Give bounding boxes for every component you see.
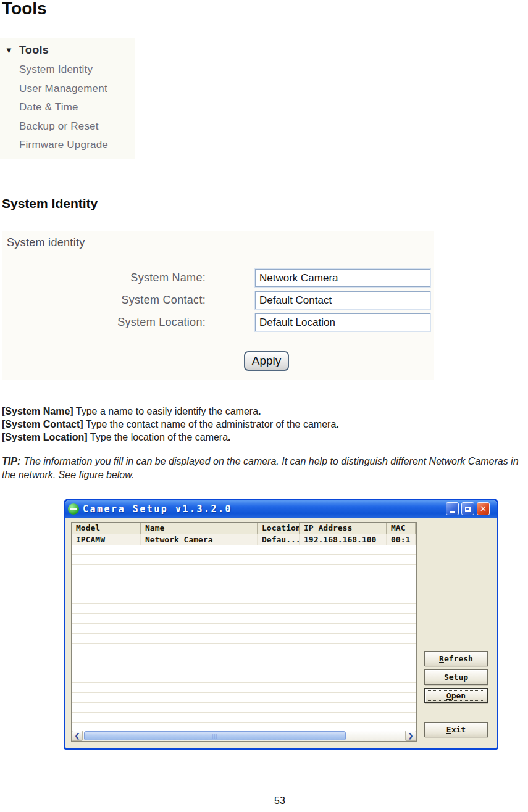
close-icon: ✕: [480, 505, 487, 513]
device-cell: 00:1: [387, 534, 416, 545]
tools-menu-list: System IdentityUser ManagementDate & Tim…: [19, 60, 108, 155]
listview-header: ModelNameLocationIP AddressMAC: [72, 523, 416, 534]
page-title: Tools: [2, 0, 47, 19]
minimize-icon: [450, 511, 455, 513]
system-name-label: System Name:: [130, 269, 206, 287]
close-button[interactable]: ✕: [477, 502, 490, 515]
scrollbar-grip-icon: |||: [212, 734, 217, 739]
camera-setup-window: Camera Setup v1.3.2.0 ✕ ModelNameLocatio…: [64, 499, 498, 750]
maximize-icon: [465, 507, 471, 512]
tools-menu-item-system-identity[interactable]: System Identity: [19, 60, 108, 80]
tools-menu-screenshot: ▼ Tools System IdentityUser ManagementDa…: [0, 38, 135, 159]
system-identity-screenshot: System identity System Name:System Conta…: [2, 231, 434, 380]
description-line: [System Location] Type the location of t…: [2, 431, 527, 444]
system-contact-label: System Contact:: [121, 291, 206, 309]
refresh-button[interactable]: Refresh: [424, 651, 488, 666]
description-line: [System Name] Type a name to easily iden…: [2, 405, 527, 418]
column-separator: [300, 545, 300, 731]
tools-menu-header[interactable]: ▼ Tools: [5, 44, 49, 57]
column-header-name[interactable]: Name: [141, 523, 258, 534]
open-button[interactable]: Open: [424, 688, 488, 703]
scroll-left-arrow-icon[interactable]: ❮: [72, 731, 83, 741]
identity-form-row: System Name:: [2, 269, 434, 287]
column-header-mac[interactable]: MAC: [387, 523, 416, 534]
system-contact-input[interactable]: [255, 291, 430, 309]
window-controls: ✕: [446, 502, 490, 515]
tools-menu-item-date-time[interactable]: Date & Time: [19, 98, 108, 117]
identity-form-row: System Location:: [2, 313, 434, 331]
tip-paragraph: TIP:The information you fill in can be d…: [2, 455, 528, 482]
system-location-label: System Location:: [117, 313, 206, 331]
tools-menu-item-user-management[interactable]: User Management: [19, 80, 108, 99]
page-number: 53: [274, 795, 285, 806]
column-header-location[interactable]: Location: [258, 523, 300, 534]
collapse-triangle-icon: ▼: [5, 45, 13, 56]
tip-label: TIP:: [2, 456, 20, 466]
minimize-button[interactable]: [446, 502, 459, 515]
device-cell: Defau...: [258, 534, 300, 545]
scrollbar-thumb[interactable]: |||: [84, 731, 346, 740]
description-line: [System Contact] Type the contact name o…: [2, 418, 527, 431]
tools-menu-header-label: Tools: [19, 44, 49, 57]
device-cell: Network Camera: [141, 534, 258, 545]
column-separator: [258, 545, 258, 731]
exit-button[interactable]: Exit: [424, 722, 488, 737]
system-name-input[interactable]: [255, 269, 430, 287]
descriptions: [System Name] Type a name to easily iden…: [2, 405, 527, 444]
tip-text: The information you fill in can be displ…: [2, 456, 519, 480]
column-header-ip-address[interactable]: IP Address: [300, 523, 387, 534]
apply-button[interactable]: Apply: [244, 351, 289, 371]
column-separator: [387, 545, 387, 731]
identity-form-row: System Contact:: [2, 291, 434, 309]
tools-menu-item-backup-or-reset[interactable]: Backup or Reset: [19, 117, 108, 136]
column-separator: [141, 545, 141, 731]
device-cell: 192.168.168.100: [300, 534, 387, 545]
window-title: Camera Setup v1.3.2.0: [83, 503, 232, 515]
device-cell: IPCAMW: [72, 534, 141, 545]
listview-empty-area: [72, 545, 416, 731]
manual-page: Tools ▼ Tools System IdentityUser Manage…: [0, 0, 528, 812]
section-title: System Identity: [2, 196, 98, 212]
system-location-input[interactable]: [255, 313, 430, 331]
device-row[interactable]: IPCAMWNetwork CameraDefau...192.168.168.…: [72, 534, 416, 545]
identity-form-title: System identity: [7, 236, 85, 249]
horizontal-scrollbar: ❮ ||| ❯: [72, 731, 416, 741]
window-titlebar[interactable]: Camera Setup v1.3.2.0 ✕: [65, 500, 497, 518]
camera-setup-app-icon: [68, 503, 79, 515]
setup-button[interactable]: Setup: [424, 669, 488, 685]
column-header-model[interactable]: Model: [72, 523, 141, 534]
tools-menu-item-firmware-upgrade[interactable]: Firmware Upgrade: [19, 136, 108, 155]
device-listview: ModelNameLocationIP AddressMAC IPCAMWNet…: [71, 522, 417, 742]
maximize-button[interactable]: [461, 502, 474, 515]
scroll-right-arrow-icon[interactable]: ❯: [405, 731, 416, 741]
